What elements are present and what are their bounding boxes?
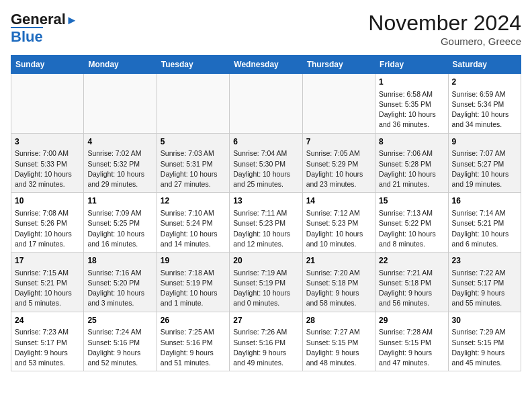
calendar-cell: 5Sunrise: 7:03 AMSunset: 5:31 PMDaylight… <box>157 133 229 193</box>
day-info: Sunrise: 7:14 AMSunset: 5:21 PMDaylight:… <box>452 208 517 249</box>
day-info: Sunrise: 7:11 AMSunset: 5:23 PMDaylight:… <box>233 208 298 249</box>
calendar: SundayMondayTuesdayWednesdayThursdayFrid… <box>11 55 521 371</box>
calendar-cell: 12Sunrise: 7:10 AMSunset: 5:24 PMDayligh… <box>157 193 229 253</box>
day-number: 19 <box>161 255 226 267</box>
day-number: 17 <box>15 255 80 267</box>
day-info: Sunrise: 7:29 AMSunset: 5:15 PMDaylight:… <box>452 327 517 368</box>
calendar-cell: 3Sunrise: 7:00 AMSunset: 5:33 PMDaylight… <box>11 133 84 193</box>
day-number: 29 <box>379 315 444 326</box>
calendar-week-row: 3Sunrise: 7:00 AMSunset: 5:33 PMDaylight… <box>11 133 521 193</box>
day-info: Sunrise: 7:20 AMSunset: 5:18 PMDaylight:… <box>306 268 371 309</box>
day-info: Sunrise: 7:27 AMSunset: 5:15 PMDaylight:… <box>306 327 371 368</box>
day-number: 12 <box>161 195 226 207</box>
day-info: Sunrise: 7:24 AMSunset: 5:16 PMDaylight:… <box>87 327 152 368</box>
calendar-cell: 11Sunrise: 7:09 AMSunset: 5:25 PMDayligh… <box>84 193 157 253</box>
weekday-header: Thursday <box>302 56 375 74</box>
day-info: Sunrise: 7:21 AMSunset: 5:18 PMDaylight:… <box>379 268 444 309</box>
day-info: Sunrise: 6:59 AMSunset: 5:34 PMDaylight:… <box>452 89 517 130</box>
calendar-header-row: SundayMondayTuesdayWednesdayThursdayFrid… <box>11 56 521 74</box>
weekday-header: Friday <box>375 56 448 74</box>
day-number: 22 <box>379 255 444 267</box>
day-number: 9 <box>452 136 517 148</box>
day-info: Sunrise: 6:58 AMSunset: 5:35 PMDaylight:… <box>379 89 444 130</box>
calendar-cell: 18Sunrise: 7:16 AMSunset: 5:20 PMDayligh… <box>84 253 157 312</box>
calendar-week-row: 17Sunrise: 7:15 AMSunset: 5:21 PMDayligh… <box>11 253 521 312</box>
weekday-header: Tuesday <box>157 56 229 74</box>
calendar-cell: 20Sunrise: 7:19 AMSunset: 5:19 PMDayligh… <box>230 253 302 312</box>
calendar-cell: 22Sunrise: 7:21 AMSunset: 5:18 PMDayligh… <box>375 253 448 312</box>
day-number: 27 <box>233 315 298 326</box>
logo-blue: Blue <box>11 27 43 46</box>
calendar-cell: 19Sunrise: 7:18 AMSunset: 5:19 PMDayligh… <box>157 253 229 312</box>
day-number: 16 <box>452 195 517 207</box>
day-info: Sunrise: 7:15 AMSunset: 5:21 PMDaylight:… <box>15 268 80 309</box>
calendar-cell: 24Sunrise: 7:23 AMSunset: 5:17 PMDayligh… <box>11 312 84 371</box>
day-number: 1 <box>379 77 444 88</box>
calendar-cell <box>230 74 302 134</box>
day-number: 4 <box>87 136 152 148</box>
calendar-cell: 4Sunrise: 7:02 AMSunset: 5:32 PMDaylight… <box>84 133 157 193</box>
day-number: 5 <box>161 136 226 148</box>
weekday-header: Monday <box>84 56 157 74</box>
calendar-cell: 23Sunrise: 7:22 AMSunset: 5:17 PMDayligh… <box>448 253 521 312</box>
calendar-cell: 8Sunrise: 7:06 AMSunset: 5:28 PMDaylight… <box>375 133 448 193</box>
day-info: Sunrise: 7:18 AMSunset: 5:19 PMDaylight:… <box>161 268 226 309</box>
calendar-cell: 9Sunrise: 7:07 AMSunset: 5:27 PMDaylight… <box>448 133 521 193</box>
day-info: Sunrise: 7:00 AMSunset: 5:33 PMDaylight:… <box>15 148 80 189</box>
calendar-week-row: 10Sunrise: 7:08 AMSunset: 5:26 PMDayligh… <box>11 193 521 253</box>
day-number: 10 <box>15 195 80 207</box>
day-info: Sunrise: 7:23 AMSunset: 5:17 PMDaylight:… <box>15 327 80 368</box>
day-number: 2 <box>452 77 517 88</box>
logo: General► Blue <box>11 11 78 46</box>
day-info: Sunrise: 7:28 AMSunset: 5:15 PMDaylight:… <box>379 327 444 368</box>
calendar-cell: 15Sunrise: 7:13 AMSunset: 5:22 PMDayligh… <box>375 193 448 253</box>
day-info: Sunrise: 7:16 AMSunset: 5:20 PMDaylight:… <box>87 268 152 309</box>
calendar-cell: 28Sunrise: 7:27 AMSunset: 5:15 PMDayligh… <box>302 312 375 371</box>
calendar-cell: 30Sunrise: 7:29 AMSunset: 5:15 PMDayligh… <box>448 312 521 371</box>
calendar-cell: 16Sunrise: 7:14 AMSunset: 5:21 PMDayligh… <box>448 193 521 253</box>
location: Goumero, Greece <box>368 36 521 47</box>
weekday-header: Sunday <box>11 56 84 74</box>
day-number: 14 <box>306 195 371 207</box>
day-info: Sunrise: 7:06 AMSunset: 5:28 PMDaylight:… <box>379 148 444 189</box>
calendar-cell: 26Sunrise: 7:25 AMSunset: 5:16 PMDayligh… <box>157 312 229 371</box>
day-info: Sunrise: 7:04 AMSunset: 5:30 PMDaylight:… <box>233 148 298 189</box>
day-number: 13 <box>233 195 298 207</box>
header: General► Blue November 2024 Goumero, Gre… <box>11 11 521 47</box>
calendar-cell: 27Sunrise: 7:26 AMSunset: 5:16 PMDayligh… <box>230 312 302 371</box>
day-info: Sunrise: 7:19 AMSunset: 5:19 PMDaylight:… <box>233 268 298 309</box>
calendar-cell <box>302 74 375 134</box>
day-info: Sunrise: 7:07 AMSunset: 5:27 PMDaylight:… <box>452 148 517 189</box>
calendar-week-row: 1Sunrise: 6:58 AMSunset: 5:35 PMDaylight… <box>11 74 521 134</box>
calendar-cell: 17Sunrise: 7:15 AMSunset: 5:21 PMDayligh… <box>11 253 84 312</box>
day-info: Sunrise: 7:08 AMSunset: 5:26 PMDaylight:… <box>15 208 80 249</box>
day-info: Sunrise: 7:22 AMSunset: 5:17 PMDaylight:… <box>452 268 517 309</box>
month-title: November 2024 <box>368 11 521 36</box>
day-number: 26 <box>161 315 226 326</box>
weekday-header: Wednesday <box>230 56 302 74</box>
day-number: 6 <box>233 136 298 148</box>
calendar-week-row: 24Sunrise: 7:23 AMSunset: 5:17 PMDayligh… <box>11 312 521 371</box>
calendar-cell: 21Sunrise: 7:20 AMSunset: 5:18 PMDayligh… <box>302 253 375 312</box>
day-number: 3 <box>15 136 80 148</box>
day-info: Sunrise: 7:25 AMSunset: 5:16 PMDaylight:… <box>161 327 226 368</box>
calendar-cell: 13Sunrise: 7:11 AMSunset: 5:23 PMDayligh… <box>230 193 302 253</box>
day-info: Sunrise: 7:05 AMSunset: 5:29 PMDaylight:… <box>306 148 371 189</box>
day-info: Sunrise: 7:10 AMSunset: 5:24 PMDaylight:… <box>161 208 226 249</box>
day-number: 23 <box>452 255 517 267</box>
day-info: Sunrise: 7:09 AMSunset: 5:25 PMDaylight:… <box>87 208 152 249</box>
day-number: 15 <box>379 195 444 207</box>
day-info: Sunrise: 7:03 AMSunset: 5:31 PMDaylight:… <box>161 148 226 189</box>
day-info: Sunrise: 7:02 AMSunset: 5:32 PMDaylight:… <box>87 148 152 189</box>
calendar-cell: 10Sunrise: 7:08 AMSunset: 5:26 PMDayligh… <box>11 193 84 253</box>
day-number: 21 <box>306 255 371 267</box>
day-number: 25 <box>87 315 152 326</box>
day-number: 24 <box>15 315 80 326</box>
logo-text: General► <box>11 11 78 28</box>
day-number: 7 <box>306 136 371 148</box>
weekday-header: Saturday <box>448 56 521 74</box>
day-number: 11 <box>87 195 152 207</box>
day-number: 28 <box>306 315 371 326</box>
day-info: Sunrise: 7:13 AMSunset: 5:22 PMDaylight:… <box>379 208 444 249</box>
day-info: Sunrise: 7:26 AMSunset: 5:16 PMDaylight:… <box>233 327 298 368</box>
